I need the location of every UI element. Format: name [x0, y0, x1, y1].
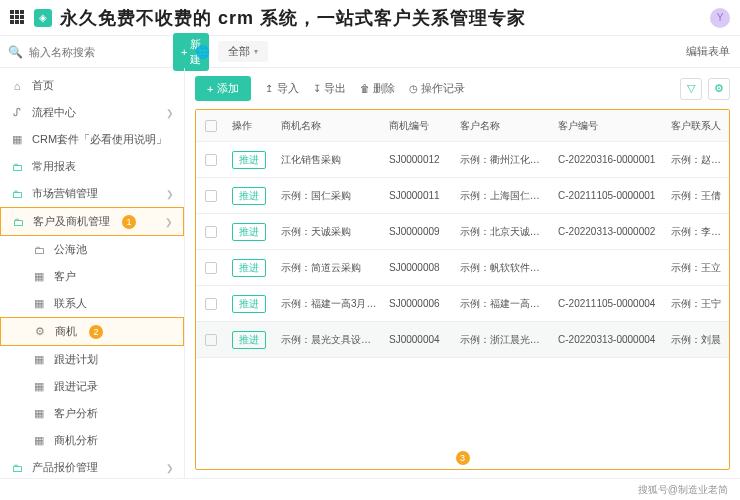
folder-icon: 🗀	[10, 188, 24, 200]
row-checkbox[interactable]	[205, 262, 217, 274]
sidebar-item-label: 产品报价管理	[32, 460, 98, 475]
cell-contact: 示例：王宁	[665, 291, 729, 317]
row-checkbox[interactable]	[205, 190, 217, 202]
cell-code: SJ0000009	[383, 220, 454, 243]
advance-button[interactable]: 推进	[232, 295, 266, 313]
row-checkbox[interactable]	[205, 334, 217, 346]
avatar[interactable]: Y	[710, 8, 730, 28]
sidebar-item[interactable]: 🗀产品报价管理❯	[0, 454, 184, 478]
module-icon: ▦	[32, 270, 46, 283]
cell-contact: 示例：王立	[665, 255, 729, 281]
sidebar-item-label: 跟进计划	[54, 352, 98, 367]
cell-name: 示例：天诚采购	[275, 219, 383, 245]
export-button[interactable]: ↧ 导出	[313, 81, 346, 96]
filter-icon-button[interactable]: ▽	[680, 78, 702, 100]
module-icon: ᔑ	[10, 106, 24, 119]
sidebar-item-label: 首页	[32, 78, 54, 93]
cell-contact: 示例：刘晨	[665, 327, 729, 353]
page-headline: 永久免费不收费的 crm 系统，一站式客户关系管理专家	[60, 6, 702, 30]
select-all-checkbox[interactable]	[205, 120, 217, 132]
row-checkbox[interactable]	[205, 154, 217, 166]
sidebar-item[interactable]: ▦商机分析	[0, 427, 184, 454]
sidebar-item[interactable]: ▦客户	[0, 263, 184, 290]
sidebar-item[interactable]: ▦客户分析	[0, 400, 184, 427]
chevron-right-icon: ❯	[166, 189, 174, 199]
row-checkbox[interactable]	[205, 298, 217, 310]
module-icon: ▦	[32, 297, 46, 310]
table-row[interactable]: 推进江化销售采购SJ0000012示例：衢州江化集团C-20220316-000…	[196, 142, 729, 178]
cell-code: SJ0000012	[383, 148, 454, 171]
folder-icon: 🗀	[10, 161, 24, 173]
cell-name: 示例：晨光文具设备...	[275, 327, 383, 353]
table-row[interactable]: 推进示例：简道云采购SJ0000008示例：帆软软件有限公司示例：王立	[196, 250, 729, 286]
sidebar-item[interactable]: ⌂首页	[0, 72, 184, 99]
module-icon: ▦	[32, 353, 46, 366]
sidebar-item[interactable]: 🗀公海池	[0, 236, 184, 263]
table-row[interactable]: 推进示例：晨光文具设备...SJ0000004示例：浙江晨光文具...C-202…	[196, 322, 729, 358]
advance-button[interactable]: 推进	[232, 223, 266, 241]
col-code: 商机编号	[383, 113, 454, 139]
folder-icon: 🗀	[11, 216, 25, 228]
sidebar-item-label: 市场营销管理	[32, 186, 98, 201]
advance-button[interactable]: 推进	[232, 331, 266, 349]
sidebar-item-label: 客户及商机管理	[33, 214, 110, 229]
table-row[interactable]: 推进示例：天诚采购SJ0000009示例：北京天诚软件...C-20220313…	[196, 214, 729, 250]
sidebar-item[interactable]: ⚙商机2	[0, 317, 184, 346]
chevron-right-icon: ❯	[165, 217, 173, 227]
annotation-badge-3: 3	[456, 451, 470, 465]
advance-button[interactable]: 推进	[232, 151, 266, 169]
table-row[interactable]: 推进示例：国仁采购SJ0000011示例：上海国仁有限...C-20211105…	[196, 178, 729, 214]
cell-cno: C-20211105-0000001	[552, 184, 665, 207]
filter-select[interactable]: 全部▾	[218, 41, 268, 62]
sidebar-item-label: 常用报表	[32, 159, 76, 174]
sidebar-item[interactable]: ▦联系人	[0, 290, 184, 317]
cell-name: 示例：福建一高3月订单	[275, 291, 383, 317]
module-icon: ▦	[32, 434, 46, 447]
module-icon: ▦	[32, 407, 46, 420]
cell-cust: 示例：衢州江化集团	[454, 147, 552, 173]
folder-icon: 🗀	[10, 462, 24, 474]
delete-button[interactable]: 🗑 删除	[360, 81, 395, 96]
search-input[interactable]	[29, 46, 167, 58]
globe-icon[interactable]: 🌐	[195, 45, 210, 59]
settings-icon-button[interactable]: ⚙	[708, 78, 730, 100]
col-cust: 客户名称	[454, 113, 552, 139]
annotation-badge: 2	[89, 325, 103, 339]
cell-name: 江化销售采购	[275, 147, 383, 173]
sidebar-item[interactable]: ▦跟进记录	[0, 373, 184, 400]
sidebar-item[interactable]: 🗀常用报表	[0, 153, 184, 180]
cell-contact: 示例：王倩	[665, 183, 729, 209]
col-op: 操作	[226, 113, 275, 139]
sidebar-item-label: 客户	[54, 269, 76, 284]
sidebar-item-label: 联系人	[54, 296, 87, 311]
sidebar-item[interactable]: ▦跟进计划	[0, 346, 184, 373]
cell-code: SJ0000006	[383, 292, 454, 315]
import-button[interactable]: ↥ 导入	[265, 81, 298, 96]
cell-cno: C-20211105-0000004	[552, 292, 665, 315]
sidebar-item-label: 跟进记录	[54, 379, 98, 394]
add-button[interactable]: +添加	[195, 76, 251, 101]
cell-code: SJ0000004	[383, 328, 454, 351]
col-name: 商机名称	[275, 113, 383, 139]
cell-contact: 示例：赵仁民	[665, 147, 729, 173]
sidebar-item-label: 商机	[55, 324, 77, 339]
data-table: 操作 商机名称 商机编号 客户名称 客户编号 客户联系人 推进江化销售采购SJ0…	[195, 109, 730, 470]
cell-cno: C-20220316-0000001	[552, 148, 665, 171]
apps-grid-icon[interactable]	[10, 10, 26, 26]
advance-button[interactable]: 推进	[232, 187, 266, 205]
edit-form-link[interactable]: 编辑表单	[686, 44, 730, 59]
footer-caption: 搜狐号@制造业老简	[0, 478, 740, 500]
sidebar-item[interactable]: ▦CRM套件「必看使用说明」	[0, 126, 184, 153]
sidebar-item[interactable]: 🗀市场营销管理❯	[0, 180, 184, 207]
advance-button[interactable]: 推进	[232, 259, 266, 277]
log-button[interactable]: ◷ 操作记录	[409, 81, 465, 96]
sidebar-item[interactable]: ᔑ流程中心❯	[0, 99, 184, 126]
table-row[interactable]: 推进示例：福建一高3月订单SJ0000006示例：福建一高集团C-2021110…	[196, 286, 729, 322]
sidebar-item-label: CRM套件「必看使用说明」	[32, 132, 167, 147]
cell-code: SJ0000011	[383, 184, 454, 207]
row-checkbox[interactable]	[205, 226, 217, 238]
table-header: 操作 商机名称 商机编号 客户名称 客户编号 客户联系人	[196, 110, 729, 142]
sidebar-item-label: 公海池	[54, 242, 87, 257]
cell-cust: 示例：上海国仁有限...	[454, 183, 552, 209]
sidebar-item[interactable]: 🗀客户及商机管理1❯	[0, 207, 184, 236]
